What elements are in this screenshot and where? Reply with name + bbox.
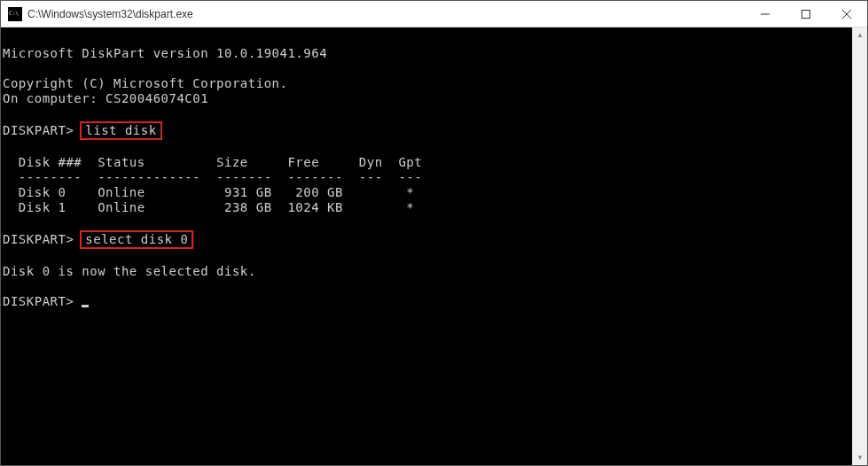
blank-line [3, 249, 850, 264]
prompt-line-2: DISKPART> select disk 0 [3, 230, 850, 249]
app-icon [8, 7, 22, 21]
terminal-output[interactable]: Microsoft DiskPart version 10.0.19041.96… [1, 27, 852, 465]
scroll-down-icon[interactable]: ▼ [853, 450, 867, 465]
computer-line: On computer: CS20046074C01 [3, 91, 850, 106]
close-button[interactable] [826, 1, 867, 27]
blank-line [3, 215, 850, 230]
prompt-text: DISKPART> [3, 123, 82, 137]
version-line: Microsoft DiskPart version 10.0.19041.96… [3, 46, 850, 61]
blank-line [3, 106, 850, 121]
scroll-track[interactable] [853, 43, 867, 450]
window-controls [745, 1, 867, 27]
window-title: C:\Windows\system32\diskpart.exe [27, 8, 745, 20]
titlebar[interactable]: C:\Windows\system32\diskpart.exe [1, 1, 867, 27]
minimize-button[interactable] [745, 1, 786, 27]
scroll-up-icon[interactable]: ▲ [853, 27, 867, 43]
maximize-button[interactable] [786, 1, 826, 27]
table-row: Disk 1 Online 238 GB 1024 KB * [3, 200, 850, 215]
table-row: Disk 0 Online 931 GB 200 GB * [3, 185, 850, 200]
content-area: Microsoft DiskPart version 10.0.19041.96… [1, 27, 867, 465]
table-header: Disk ### Status Size Free Dyn Gpt [3, 155, 850, 170]
highlight-box-2: select disk 0 [80, 230, 193, 249]
prompt-line-3: DISKPART> [3, 294, 850, 309]
prompt-line-1: DISKPART> list disk [3, 121, 850, 140]
blank-line [3, 279, 850, 294]
highlight-box-1: list disk [80, 121, 161, 140]
svg-rect-1 [802, 10, 810, 18]
command-2: select disk 0 [85, 232, 188, 246]
result-line: Disk 0 is now the selected disk. [3, 264, 850, 279]
table-divider: -------- ------------- ------- ------- -… [3, 170, 850, 185]
blank-line [3, 31, 850, 46]
blank-line [3, 61, 850, 76]
vertical-scrollbar[interactable]: ▲ ▼ [852, 27, 867, 465]
command-1: list disk [85, 123, 156, 137]
window: C:\Windows\system32\diskpart.exe Microso… [0, 0, 868, 466]
prompt-text: DISKPART> [3, 232, 82, 246]
blank-line [3, 140, 850, 155]
copyright-line: Copyright (C) Microsoft Corporation. [3, 76, 850, 91]
prompt-text: DISKPART> [3, 294, 82, 308]
cursor-icon [82, 305, 89, 307]
